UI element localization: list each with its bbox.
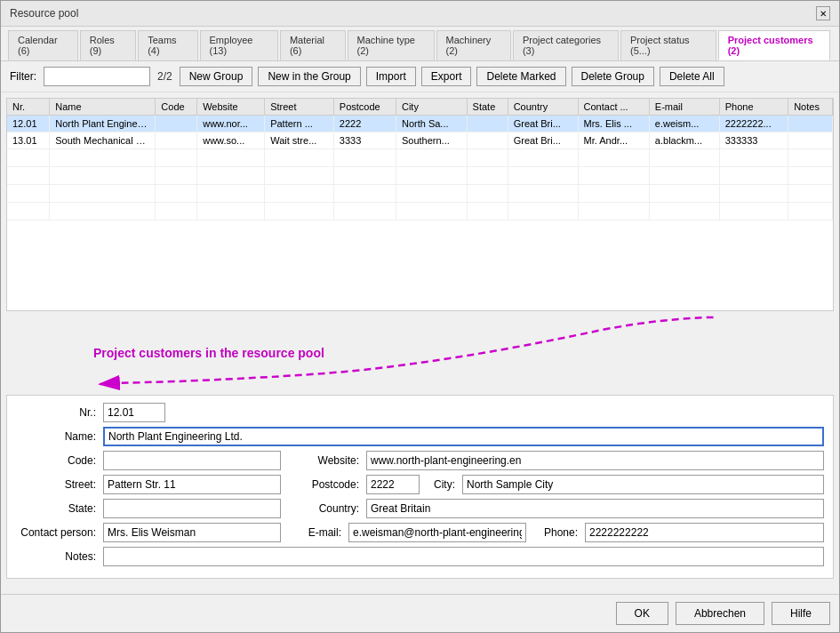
table-cell: Wait stre... <box>265 132 334 149</box>
table-cell-empty <box>156 203 197 220</box>
table-row[interactable]: 12.01North Plant Engineering Ltd.www.nor… <box>7 116 833 132</box>
export-button[interactable]: Export <box>421 67 472 86</box>
tab-project-categories-(3)[interactable]: Project categories (3) <box>513 30 619 60</box>
table-cell: 2222 <box>333 116 396 132</box>
filter-input[interactable] <box>44 67 150 86</box>
new-group-button[interactable]: New Group <box>180 67 253 86</box>
table-cell-empty <box>578 185 649 203</box>
table-cell-empty <box>197 203 265 220</box>
tab-project-customers-(2)[interactable]: Project customers (2) <box>718 30 830 60</box>
col-header-country[interactable]: Country <box>508 99 578 116</box>
import-button[interactable]: Import <box>366 67 416 86</box>
code-input[interactable] <box>103 451 281 470</box>
table-cell: Great Bri... <box>508 132 578 149</box>
annotation-text: Project customers in the resource pool <box>93 346 324 360</box>
table-cell-empty <box>156 167 197 185</box>
country-input[interactable] <box>366 499 824 518</box>
col-header-name[interactable]: Name <box>50 99 156 116</box>
col-header-nr-[interactable]: Nr. <box>7 99 50 116</box>
table-cell-empty <box>7 203 50 220</box>
tab-machinery-(2)[interactable]: Machinery (2) <box>436 30 511 60</box>
table-cell <box>788 116 833 132</box>
table-cell: 333333 <box>719 132 788 149</box>
ok-button[interactable]: OK <box>616 602 668 625</box>
nr-label: Nr.: <box>16 406 96 419</box>
table-cell-empty <box>156 185 197 203</box>
email-label: E-mail: <box>288 526 341 539</box>
table-cell-empty <box>508 149 578 167</box>
tab-material-(6)[interactable]: Material (6) <box>280 30 346 60</box>
table-cell-empty <box>788 149 833 167</box>
table-cell-empty <box>50 185 156 203</box>
table-cell: Mr. Andr... <box>578 132 649 149</box>
table-row-empty <box>7 185 833 203</box>
table-cell: South Mechanical Engineerin... <box>50 132 156 149</box>
phone-input[interactable] <box>585 523 824 542</box>
col-header-street[interactable]: Street <box>265 99 334 116</box>
table-row[interactable]: 13.01South Mechanical Engineerin...www.s… <box>7 132 833 149</box>
postcode-input[interactable] <box>366 475 420 494</box>
col-header-website[interactable]: Website <box>197 99 265 116</box>
table-cell-empty <box>50 149 156 167</box>
table-cell: 2222222... <box>719 116 788 132</box>
table-cell-empty <box>467 167 508 185</box>
name-label: Name: <box>16 430 96 443</box>
table-header: Nr.NameCodeWebsiteStreetPostcodeCityStat… <box>7 99 833 116</box>
table-cell <box>467 132 508 149</box>
table-cell-empty <box>265 185 334 203</box>
nr-input[interactable] <box>103 403 165 422</box>
state-label: State: <box>16 502 96 515</box>
tab-calendar-(6)[interactable]: Calendar (6) <box>8 30 78 60</box>
code-label: Code: <box>16 454 96 467</box>
table-cell-empty <box>265 149 334 167</box>
postcode-label: Postcode: <box>288 478 359 491</box>
contact-input[interactable] <box>103 523 281 542</box>
new-in-the-group-button[interactable]: New in the Group <box>258 67 360 86</box>
col-header-contact-[interactable]: Contact ... <box>578 99 649 116</box>
notes-input[interactable] <box>103 547 824 566</box>
tab-machine-type-(2)[interactable]: Machine type (2) <box>348 30 435 60</box>
table-cell: www.so... <box>197 132 265 149</box>
title-bar: Resource pool ✕ <box>1 1 839 27</box>
col-header-state[interactable]: State <box>467 99 508 116</box>
col-header-city[interactable]: City <box>396 99 467 116</box>
table-cell-empty <box>719 203 788 220</box>
email-input[interactable] <box>348 523 526 542</box>
annotation-area: Project customers in the resource pool <box>4 313 836 393</box>
delete-all-button[interactable]: Delete All <box>660 67 724 86</box>
tab-roles-(9)[interactable]: Roles (9) <box>80 30 136 60</box>
filter-label: Filter: <box>10 70 36 83</box>
cancel-button[interactable]: Abbrechen <box>676 602 764 625</box>
table-cell: Pattern ... <box>265 116 334 132</box>
table-cell: North Plant Engineering Ltd. <box>50 116 156 132</box>
close-button[interactable]: ✕ <box>816 6 830 20</box>
tab-teams-(4)[interactable]: Teams (4) <box>138 30 197 60</box>
country-label: Country: <box>288 502 359 515</box>
col-header-phone[interactable]: Phone <box>719 99 788 116</box>
table-cell-empty <box>578 149 649 167</box>
street-input[interactable] <box>103 475 281 494</box>
table-cell-empty <box>788 167 833 185</box>
filter-count: 2/2 <box>157 70 172 83</box>
col-header-e-mail[interactable]: E-mail <box>649 99 719 116</box>
table-cell: www.nor... <box>197 116 265 132</box>
website-input[interactable] <box>366 451 824 470</box>
delete-group-button[interactable]: Delete Group <box>572 67 654 86</box>
table-cell-empty <box>467 203 508 220</box>
table-cell-empty <box>197 149 265 167</box>
tab-project-status-(5...)[interactable]: Project status (5...) <box>620 30 716 60</box>
tab-employee-(13)[interactable]: Employee (13) <box>200 30 278 60</box>
city-input[interactable] <box>462 475 824 494</box>
table-cell-empty <box>333 185 396 203</box>
table-cell-empty <box>788 203 833 220</box>
col-header-notes[interactable]: Notes <box>788 99 833 116</box>
col-header-code[interactable]: Code <box>156 99 197 116</box>
delete-marked-button[interactable]: Delete Marked <box>476 67 565 86</box>
help-button[interactable]: Hilfe <box>772 602 830 625</box>
table-cell: Mrs. Elis ... <box>578 116 649 132</box>
col-header-postcode[interactable]: Postcode <box>333 99 396 116</box>
table-cell-empty <box>508 167 578 185</box>
table-cell <box>156 116 197 132</box>
state-input[interactable] <box>103 499 281 518</box>
name-input[interactable] <box>103 427 824 446</box>
